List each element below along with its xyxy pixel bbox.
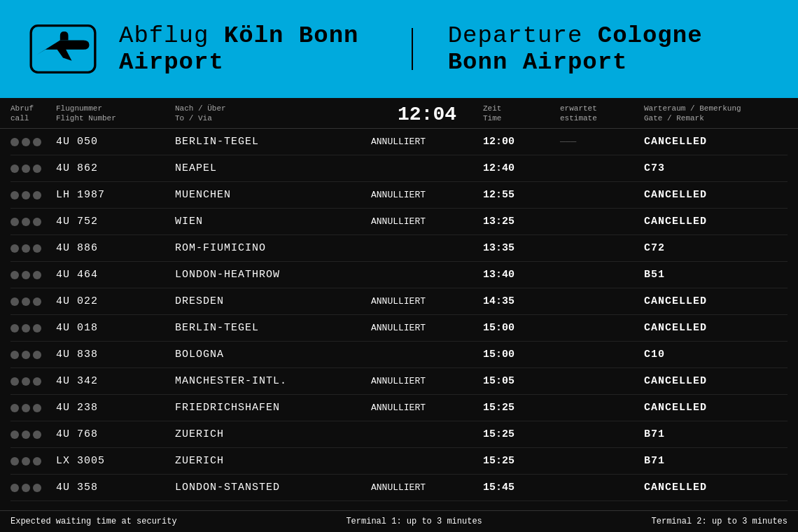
table-row: 4U 050BERLIN-TEGELANNULLIERT12:00———CANC…	[10, 129, 788, 155]
footer: Expected waiting time at security Termin…	[0, 510, 798, 532]
flight-status-dots	[10, 484, 56, 492]
flight-number: LH 1987	[56, 189, 175, 201]
flight-status-dots	[10, 430, 56, 439]
flight-time: 13:35	[483, 242, 560, 254]
header-title-german: Abflug Köln Bonn Airport	[119, 22, 377, 76]
flight-number: 4U 018	[56, 322, 175, 334]
table-row: 4U 862NEAPEL12:40C73	[10, 155, 788, 182]
flight-status-dots	[10, 351, 56, 359]
flight-number: 4U 752	[56, 216, 175, 227]
col-warteraum: Warteraum / Bemerkung Gate / Remark	[644, 104, 788, 125]
flight-status-dots	[10, 164, 56, 173]
flight-number: 4U 050	[56, 136, 175, 148]
flight-time: 15:00	[483, 349, 560, 360]
flight-gate-remark: CANCELLED	[644, 402, 788, 414]
flight-time: 12:55	[483, 189, 560, 201]
flight-number: 4U 886	[56, 242, 175, 254]
flight-number: 4U 464	[56, 269, 175, 281]
col-nach-uber: Nach / Über To / Via	[175, 104, 371, 125]
flight-destination: MANCHESTER-INTL.	[175, 375, 371, 387]
flight-annulliert: ANNULLIERT	[371, 190, 483, 200]
footer-terminal1: Terminal 1: up to 3 minutes	[346, 517, 482, 526]
flight-time: 12:40	[483, 162, 560, 174]
flight-destination: ZUERICH	[175, 455, 371, 467]
flight-status-dots	[10, 244, 56, 253]
flight-time: 13:40	[483, 269, 560, 281]
flight-annulliert: ANNULLIERT	[371, 323, 483, 333]
flight-destination: WIEN	[175, 216, 371, 227]
col-flugnummer: Flugnummer Flight Number	[56, 104, 175, 125]
flight-time: 12:00	[483, 136, 560, 148]
col-zeit: Zeit Time	[483, 104, 560, 125]
flight-gate-remark: CANCELLED	[644, 295, 788, 307]
board-content: Abruf call Flugnummer Flight Number Nach…	[0, 98, 798, 532]
airplane-logo-icon	[28, 21, 98, 77]
flight-status-dots	[10, 377, 56, 386]
departure-board: Abruf call Flugnummer Flight Number Nach…	[0, 98, 798, 532]
flight-time: 15:25	[483, 455, 560, 467]
flight-list: 4U 050BERLIN-TEGELANNULLIERT12:00———CANC…	[0, 129, 798, 501]
flight-gate-remark: CANCELLED	[644, 136, 788, 148]
flight-destination: DRESDEN	[175, 295, 371, 307]
table-row: 4U 018BERLIN-TEGELANNULLIERT15:00CANCELL…	[10, 315, 788, 342]
flight-time: 15:05	[483, 375, 560, 387]
flight-destination: BERLIN-TEGEL	[175, 322, 371, 334]
flight-number: 4U 358	[56, 482, 175, 493]
flight-gate-remark: C72	[644, 242, 788, 254]
flight-gate-remark: B71	[644, 455, 788, 467]
table-row: 4U 768ZUERICH15:25B71	[10, 421, 788, 448]
flight-destination: LONDON-STANSTED	[175, 482, 371, 493]
flight-destination: BOLOGNA	[175, 349, 371, 360]
flight-time: 15:45	[483, 482, 560, 493]
flight-number: 4U 768	[56, 428, 175, 440]
flight-time: 13:25	[483, 216, 560, 227]
flight-time: 15:00	[483, 322, 560, 334]
departure-label: Departure	[448, 22, 598, 49]
header: Abflug Köln Bonn Airport Departure Colog…	[0, 0, 798, 98]
flight-annulliert: ANNULLIERT	[371, 402, 483, 413]
flight-status-dots	[10, 404, 56, 412]
flight-gate-remark: C73	[644, 162, 788, 174]
flight-status-dots	[10, 218, 56, 226]
header-title-english: Departure Cologne Bonn Airport	[448, 22, 770, 76]
flight-number: 4U 238	[56, 402, 175, 414]
flight-gate-remark: B71	[644, 428, 788, 440]
abflug-label: Abflug	[119, 22, 224, 49]
table-row: LX 3005ZUERICH15:25B71	[10, 448, 788, 475]
flight-destination: MUENCHEN	[175, 189, 371, 201]
flight-gate-remark: C10	[644, 349, 788, 360]
flight-status-dots	[10, 457, 56, 465]
flight-annulliert: ANNULLIERT	[371, 216, 483, 227]
board-column-headers: Abruf call Flugnummer Flight Number Nach…	[0, 98, 798, 129]
table-row: 4U 886ROM-FIUMICINO13:35C72	[10, 235, 788, 262]
flight-gate-remark: CANCELLED	[644, 216, 788, 227]
flight-annulliert: ANNULLIERT	[371, 136, 483, 147]
table-row: LH 1987MUENCHENANNULLIERT12:55CANCELLED	[10, 182, 788, 209]
flight-number: 4U 022	[56, 295, 175, 307]
flight-gate-remark: B51	[644, 269, 788, 281]
table-row: 4U 238FRIEDRICHSHAFENANNULLIERT15:25CANC…	[10, 395, 788, 421]
flight-destination: ROM-FIUMICINO	[175, 242, 371, 254]
col-abruf: Abruf call	[10, 104, 56, 125]
flight-annulliert: ANNULLIERT	[371, 482, 483, 493]
table-row: 4U 342MANCHESTER-INTL.ANNULLIERT15:05CAN…	[10, 368, 788, 395]
flight-status-dots	[10, 191, 56, 200]
table-row: 4U 022DRESDENANNULLIERT14:35CANCELLED	[10, 288, 788, 315]
flight-status-dots	[10, 298, 56, 306]
header-divider	[412, 28, 412, 70]
flight-destination: BERLIN-TEGEL	[175, 136, 371, 148]
flight-time: 15:25	[483, 428, 560, 440]
flight-destination: ZUERICH	[175, 428, 371, 440]
flight-number: 4U 342	[56, 375, 175, 387]
flight-destination: NEAPEL	[175, 162, 371, 174]
col-erwartet: erwartet estimate	[560, 104, 644, 125]
flight-status-dots	[10, 324, 56, 332]
clock-cell: 12:04	[371, 104, 483, 125]
flight-annulliert: ANNULLIERT	[371, 376, 483, 386]
table-row: 4U 358LONDON-STANSTEDANNULLIERT15:45CANC…	[10, 475, 788, 501]
table-row: 4U 752WIENANNULLIERT13:25CANCELLED	[10, 209, 788, 235]
flight-time: 14:35	[483, 295, 560, 307]
flight-gate-remark: CANCELLED	[644, 482, 788, 493]
flight-number: 4U 862	[56, 162, 175, 174]
flight-destination: FRIEDRICHSHAFEN	[175, 402, 371, 414]
